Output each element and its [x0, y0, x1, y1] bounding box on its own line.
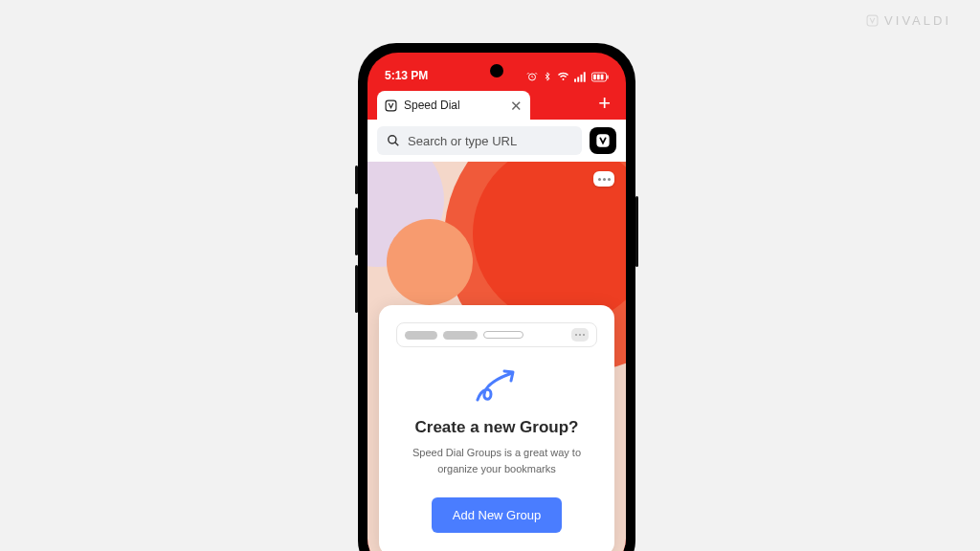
phone-screen: 5:13 PM Speed Dial ✕ + Search or type UR…	[368, 53, 626, 551]
card-heading: Create a new Group?	[396, 418, 597, 437]
wifi-icon	[557, 71, 569, 82]
tab-strip: Speed Dial ✕ +	[368, 85, 626, 120]
phone-frame: 5:13 PM Speed Dial ✕ + Search or type UR…	[358, 43, 635, 551]
camera-cutout	[490, 64, 503, 77]
svg-rect-5	[584, 72, 586, 81]
svg-rect-10	[601, 74, 604, 79]
speed-dial-menu-button[interactable]	[593, 171, 614, 187]
svg-rect-7	[607, 75, 608, 78]
bluetooth-icon	[543, 71, 552, 82]
curly-arrow-icon	[396, 364, 597, 412]
close-tab-icon[interactable]: ✕	[510, 99, 523, 113]
svg-rect-8	[593, 74, 596, 79]
pill-icon	[443, 331, 478, 340]
status-time: 5:13 PM	[385, 69, 428, 82]
new-tab-button[interactable]: +	[592, 91, 616, 120]
alarm-icon	[526, 71, 538, 82]
status-icons	[526, 71, 609, 82]
address-input[interactable]: Search or type URL	[377, 126, 582, 155]
battery-icon	[591, 72, 609, 82]
volume-up-button	[355, 208, 358, 255]
svg-rect-11	[386, 100, 396, 111]
svg-point-12	[389, 136, 396, 143]
signal-icon	[574, 72, 587, 82]
vivaldi-tab-icon	[385, 99, 397, 112]
power-button	[635, 196, 638, 267]
svg-line-13	[395, 143, 399, 146]
add-new-group-button[interactable]: Add New Group	[432, 497, 563, 533]
volume-down-button	[355, 265, 358, 313]
create-group-card: Create a new Group? Speed Dial Groups is…	[379, 305, 614, 551]
address-bar-row: Search or type URL	[368, 120, 626, 162]
watermark-text: VIVALDI	[884, 13, 951, 28]
svg-rect-4	[581, 74, 583, 81]
svg-rect-2	[574, 78, 576, 81]
address-placeholder: Search or type URL	[408, 134, 517, 148]
tab-title: Speed Dial	[404, 99, 503, 112]
group-tabs-illustration	[396, 322, 597, 347]
side-button	[355, 165, 358, 194]
vivaldi-watermark: VIVALDI	[866, 13, 951, 28]
vivaldi-icon	[595, 133, 611, 148]
pill-outline-icon	[483, 331, 523, 339]
vivaldi-menu-button[interactable]	[590, 127, 616, 154]
vivaldi-logo-icon	[866, 14, 879, 27]
speed-dial-content: Create a new Group? Speed Dial Groups is…	[368, 162, 626, 551]
card-body: Speed Dial Groups is a great way to orga…	[396, 445, 597, 476]
svg-rect-14	[596, 134, 609, 146]
svg-rect-0	[867, 15, 878, 26]
more-icon	[571, 328, 589, 342]
tab-speed-dial[interactable]: Speed Dial ✕	[377, 91, 530, 120]
svg-rect-3	[577, 77, 579, 81]
pill-icon	[405, 331, 437, 340]
search-icon	[387, 134, 400, 147]
svg-rect-9	[597, 74, 600, 79]
